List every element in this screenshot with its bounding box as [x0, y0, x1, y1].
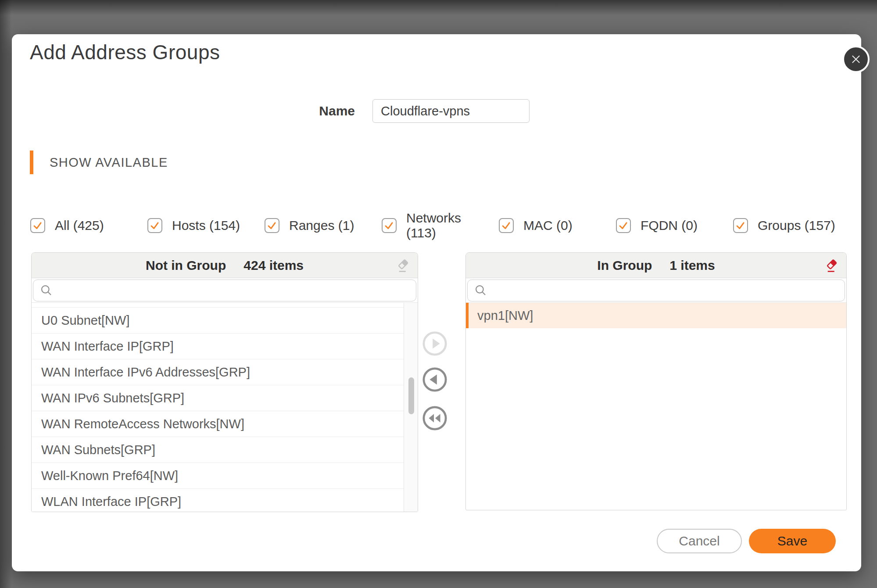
not-in-group-search-box[interactable] [33, 280, 416, 301]
not-in-group-panel: Not in Group 424 items U0 Subnet[NW] WAN… [31, 252, 418, 512]
arrow-right-icon [422, 331, 447, 356]
checkbox-checked-icon[interactable] [30, 218, 45, 233]
search-icon [474, 283, 488, 298]
panel-title: Not in Group [146, 258, 226, 273]
not-in-group-search-input[interactable] [59, 280, 410, 301]
address-list-item[interactable]: WAN Subnets[GRP] [32, 437, 404, 463]
filter-label: All (425) [55, 218, 104, 233]
filter-checkbox-item[interactable]: MAC (0) [499, 218, 616, 233]
address-list-item[interactable]: WAN RemoteAccess Networks[NW] [32, 411, 404, 437]
clear-list-eraser-icon[interactable] [394, 257, 412, 274]
filter-label: Networks (113) [406, 211, 464, 241]
address-list-item[interactable]: WAN Interface IPv6 Addresses[GRP] [32, 359, 404, 385]
filter-checkbox-item[interactable]: FQDN (0) [616, 218, 733, 233]
address-list-item[interactable]: WAN Interface IP[GRP] [32, 333, 404, 359]
filter-checkbox-item[interactable]: All (425) [30, 218, 147, 233]
scrolled-row-remnant [32, 303, 404, 308]
checkbox-checked-icon[interactable] [147, 218, 162, 233]
clear-group-eraser-icon[interactable] [823, 257, 840, 274]
not-in-group-list: U0 Subnet[NW] WAN Interface IP[GRP] WAN … [32, 302, 418, 512]
checkbox-checked-icon[interactable] [616, 218, 631, 233]
show-available-section: SHOW AVAILABLE [30, 151, 168, 174]
filter-label: Hosts (154) [172, 218, 240, 233]
not-in-group-header: Not in Group 424 items [32, 253, 418, 278]
in-group-search-input[interactable] [493, 280, 838, 301]
filter-label: Groups (157) [758, 218, 835, 233]
filter-label: FQDN (0) [641, 218, 698, 233]
filter-checkbox-row: All (425) Hosts (154) Ranges (1) [30, 205, 845, 246]
dialog-title: Add Address Groups [30, 39, 220, 66]
scrollbar-thumb[interactable] [408, 377, 414, 414]
filter-checkbox-item[interactable]: Groups (157) [733, 218, 835, 233]
filter-label: MAC (0) [523, 218, 573, 233]
cancel-button[interactable]: Cancel [657, 529, 742, 553]
arrow-left-icon [422, 367, 447, 392]
filter-checkbox-item[interactable]: Networks (113) [382, 211, 499, 241]
checkbox-checked-icon[interactable] [382, 218, 397, 233]
checkbox-checked-icon[interactable] [733, 218, 748, 233]
remove-all-from-group-button[interactable] [422, 405, 447, 431]
in-group-panel: In Group 1 items vpn1[NW] [465, 252, 847, 510]
checkbox-checked-icon[interactable] [265, 218, 279, 233]
save-button[interactable]: Save [749, 529, 836, 553]
in-group-list: vpn1[NW] [466, 302, 846, 510]
name-label: Name [293, 99, 355, 123]
close-icon [844, 47, 868, 71]
section-accent-bar [30, 151, 33, 174]
section-label: SHOW AVAILABLE [50, 151, 168, 174]
panel-item-count: 1 items [669, 258, 715, 273]
filter-checkbox-item[interactable]: Ranges (1) [265, 218, 382, 233]
address-list-item[interactable]: WLAN Interface IP[GRP] [32, 489, 404, 512]
checkbox-checked-icon[interactable] [499, 218, 514, 233]
address-list-item[interactable]: U0 Subnet[NW] [32, 308, 404, 333]
group-member-item[interactable]: vpn1[NW] [466, 303, 846, 328]
in-group-search-box[interactable] [467, 280, 845, 301]
panel-item-count: 424 items [243, 258, 304, 273]
scrollbar-track[interactable] [404, 303, 418, 512]
move-to-group-button[interactable] [422, 331, 447, 356]
name-input[interactable] [372, 99, 530, 123]
add-address-groups-dialog: Add Address Groups Name SHOW AVAILABLE A… [12, 34, 861, 571]
close-button[interactable] [842, 46, 870, 73]
filter-checkbox-item[interactable]: Hosts (154) [147, 218, 265, 233]
address-list-item[interactable]: Well-Known Pref64[NW] [32, 463, 404, 489]
search-icon [39, 283, 54, 298]
filter-label: Ranges (1) [289, 218, 354, 233]
in-group-header: In Group 1 items [466, 253, 846, 278]
double-arrow-left-icon [422, 405, 447, 431]
address-list-item[interactable]: WAN IPv6 Subnets[GRP] [32, 385, 404, 411]
panel-title: In Group [597, 258, 652, 273]
remove-from-group-button[interactable] [422, 367, 447, 392]
